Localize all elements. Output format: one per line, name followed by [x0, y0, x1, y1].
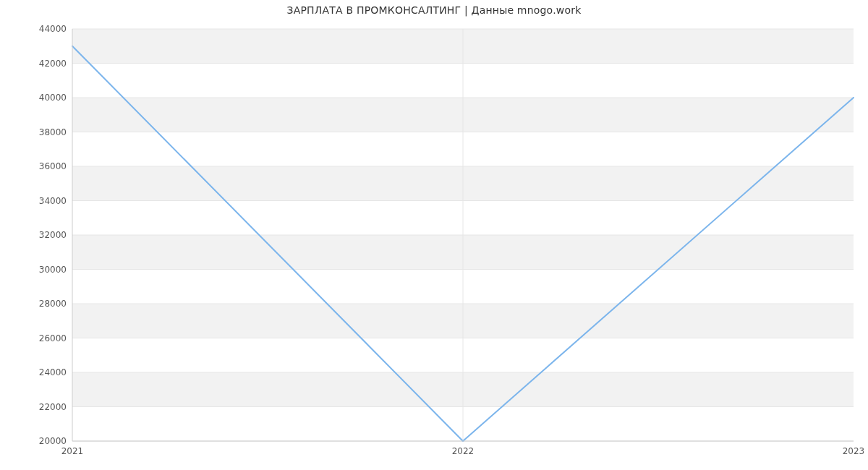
svg-text:2022: 2022	[452, 446, 475, 456]
svg-text:2023: 2023	[843, 446, 865, 456]
svg-text:38000: 38000	[39, 127, 67, 137]
chart-svg: 2000022000240002600028000300003200034000…	[0, 0, 868, 470]
y-tick: 42000	[39, 59, 67, 69]
svg-text:28000: 28000	[39, 299, 67, 309]
y-tick: 26000	[39, 333, 67, 343]
svg-text:40000: 40000	[39, 93, 67, 103]
svg-text:22000: 22000	[39, 402, 67, 412]
svg-text:26000: 26000	[39, 333, 67, 343]
y-tick: 44000	[39, 24, 67, 34]
svg-text:34000: 34000	[39, 196, 67, 206]
y-tick: 30000	[39, 265, 67, 275]
svg-text:24000: 24000	[39, 367, 67, 377]
chart-container: ЗАРПЛАТА В ПРОМКОНСАЛТИНГ | Данные mnogo…	[0, 0, 868, 470]
y-tick: 22000	[39, 402, 67, 412]
y-tick: 34000	[39, 196, 67, 206]
svg-text:42000: 42000	[39, 59, 67, 69]
x-tick: 2023	[843, 446, 865, 456]
y-tick: 38000	[39, 127, 67, 137]
svg-text:20000: 20000	[39, 436, 67, 446]
svg-text:36000: 36000	[39, 161, 67, 171]
x-tick: 2022	[452, 446, 475, 456]
svg-text:2021: 2021	[61, 446, 84, 456]
x-tick: 2021	[61, 446, 84, 456]
y-tick: 28000	[39, 299, 67, 309]
y-tick: 36000	[39, 161, 67, 171]
svg-text:30000: 30000	[39, 265, 67, 275]
svg-text:44000: 44000	[39, 24, 67, 34]
y-tick: 24000	[39, 367, 67, 377]
y-tick: 20000	[39, 436, 67, 446]
y-tick: 40000	[39, 93, 67, 103]
svg-text:32000: 32000	[39, 230, 67, 240]
y-tick: 32000	[39, 230, 67, 240]
